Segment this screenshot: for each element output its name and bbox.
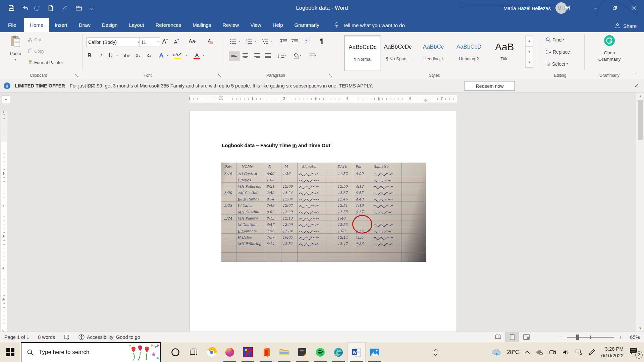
style-heading1[interactable]: AaBbCcHeading 1 <box>415 36 451 70</box>
taskbar-app-office[interactable] <box>257 342 275 362</box>
tab-grammarly[interactable]: Grammarly <box>289 18 325 32</box>
zoom-out-button[interactable]: − <box>558 334 563 341</box>
superscript-button[interactable]: X2 <box>144 51 154 60</box>
accessibility-status[interactable]: Accessibility: Good to go <box>74 332 145 342</box>
indent-marker-right[interactable] <box>424 98 427 103</box>
justify-button[interactable] <box>263 51 273 60</box>
taskbar-app-word[interactable]: W <box>347 342 366 362</box>
tab-mailings[interactable]: Mailings <box>187 18 217 32</box>
taskbar-app-spotify[interactable] <box>311 342 329 362</box>
taskbar-overflow[interactable] <box>431 342 440 362</box>
align-left-button[interactable] <box>229 51 239 61</box>
tell-me-box[interactable]: Tell me what you want to do <box>334 22 405 32</box>
minimize-button[interactable] <box>586 0 605 16</box>
network-icon[interactable] <box>575 349 582 356</box>
subscript-button[interactable]: X2 <box>133 51 143 60</box>
close-button[interactable] <box>625 0 644 16</box>
shading-button[interactable]: ▾ <box>291 51 303 60</box>
tab-design[interactable]: Design <box>96 18 123 32</box>
numbering-dropdown[interactable]: ▾ <box>254 37 258 46</box>
format-painter-button[interactable]: Format Painter <box>28 60 63 65</box>
numbering-button[interactable]: 123 <box>245 37 254 46</box>
taskbar-app-cortana[interactable] <box>166 342 184 362</box>
multilevel-list-button[interactable] <box>261 37 270 46</box>
multilevel-dropdown[interactable]: ▾ <box>270 37 274 46</box>
restore-button[interactable] <box>605 0 625 16</box>
find-button[interactable]: Find▾ <box>545 37 564 43</box>
web-layout-button[interactable] <box>519 332 533 342</box>
clock[interactable]: 3:28 PM 6/10/2022 <box>601 346 624 359</box>
text-highlight-button[interactable]: ab <box>172 51 182 60</box>
tab-references[interactable]: References <box>150 18 187 32</box>
taskbar-app-paint-app[interactable] <box>239 342 257 362</box>
tab-selector[interactable]: ⌐ <box>2 95 10 103</box>
bold-button[interactable]: B <box>85 51 95 60</box>
word-count[interactable]: 8 words <box>34 332 59 342</box>
hidden-icons-chevron[interactable] <box>525 350 530 354</box>
zoom-slider-thumb[interactable] <box>576 335 579 340</box>
font-family-combo[interactable]: Calibri (Body)▾ <box>87 38 141 47</box>
proofing-errors-button[interactable] <box>59 332 74 342</box>
tab-home[interactable]: Home <box>24 18 49 32</box>
document-page[interactable]: Logbook data – Faculty Time In and Time … <box>190 111 457 332</box>
font-color-dropdown[interactable]: ▾ <box>201 51 206 60</box>
tab-review[interactable]: Review <box>217 18 245 32</box>
indent-marker-left[interactable] <box>219 96 223 100</box>
scroll-down-icon[interactable]: ▼ <box>636 325 644 331</box>
line-spacing-button[interactable]: ▾ <box>276 51 288 60</box>
style-nospac[interactable]: AaBbCcDc¶ No Spac... <box>380 36 416 70</box>
meet-now-icon[interactable] <box>549 349 556 356</box>
cut-button[interactable]: Cut <box>28 37 41 42</box>
style-normal[interactable]: AaBbCcDc¶ Normal <box>344 36 381 71</box>
styles-more[interactable]: ▼̱ <box>525 57 533 68</box>
style-title[interactable]: AaBTitle <box>486 36 523 70</box>
grow-font-button[interactable]: A▲ <box>160 37 170 46</box>
page-indicator[interactable]: Page 1 of 1 <box>0 332 34 342</box>
taskbar-app-edge[interactable] <box>329 342 347 362</box>
scroll-up-icon[interactable]: ▲ <box>636 93 644 99</box>
zoom-percentage[interactable]: 65% <box>627 334 640 340</box>
strikethrough-button[interactable]: abe <box>121 51 131 60</box>
italic-button[interactable]: I <box>96 51 106 60</box>
align-right-button[interactable] <box>252 51 262 60</box>
volume-icon[interactable] <box>562 349 569 356</box>
underline-button[interactable]: U <box>107 51 115 60</box>
font-color-button[interactable]: A <box>192 51 202 60</box>
paragraph-dialog-launcher-icon[interactable] <box>328 73 333 78</box>
text-effects-dropdown[interactable]: ▾ <box>165 51 170 60</box>
tab-help[interactable]: Help <box>267 18 289 32</box>
horizontal-ruler[interactable]: 11234567 <box>190 95 457 103</box>
sort-button[interactable]: AZ <box>303 37 314 46</box>
notification-close-icon[interactable] <box>631 81 641 91</box>
clipboard-dialog-launcher-icon[interactable] <box>74 73 79 78</box>
print-layout-button[interactable] <box>505 332 519 342</box>
decrease-indent-button[interactable] <box>278 37 288 46</box>
paste-button[interactable]: Paste ▾ <box>7 36 23 70</box>
collapse-ribbon-icon[interactable]: ⌃ <box>635 73 641 78</box>
font-dialog-launcher-icon[interactable] <box>217 73 222 78</box>
styles-scroll-up[interactable]: ▲ <box>525 36 533 46</box>
notification-center-button[interactable]: 2 <box>629 347 641 357</box>
taskbar-app-photos[interactable] <box>366 342 384 362</box>
taskbar-app-file-explorer[interactable] <box>275 342 293 362</box>
start-button[interactable] <box>0 342 21 362</box>
borders-button[interactable]: ▾ <box>307 51 319 60</box>
tab-insert[interactable]: Insert <box>49 18 73 32</box>
increase-indent-button[interactable] <box>290 37 300 46</box>
vertical-ruler[interactable]: 1123456 <box>1 111 7 331</box>
show-formatting-button[interactable]: ¶ <box>317 36 327 46</box>
taskbar-app-firefox[interactable] <box>221 342 239 362</box>
underline-dropdown[interactable]: ▾ <box>115 51 119 60</box>
styles-scroll-down[interactable]: ▼ <box>525 46 533 57</box>
search-input[interactable] <box>38 349 120 356</box>
align-center-button[interactable] <box>240 51 250 60</box>
style-heading2[interactable]: AaBbCcDHeading 2 <box>451 36 487 70</box>
pen-icon[interactable] <box>588 349 595 356</box>
logbook-photo[interactable]: DateNOMeXMSignaturDATEPnlSignatre5/192H … <box>221 163 426 262</box>
zoom-in-button[interactable]: + <box>618 334 623 341</box>
change-case-button[interactable]: Aa▾ <box>185 37 200 46</box>
bullets-button[interactable] <box>229 37 237 46</box>
tab-draw[interactable]: Draw <box>73 18 96 32</box>
share-button[interactable]: Share <box>614 23 637 29</box>
copy-button[interactable]: Copy <box>28 48 44 54</box>
